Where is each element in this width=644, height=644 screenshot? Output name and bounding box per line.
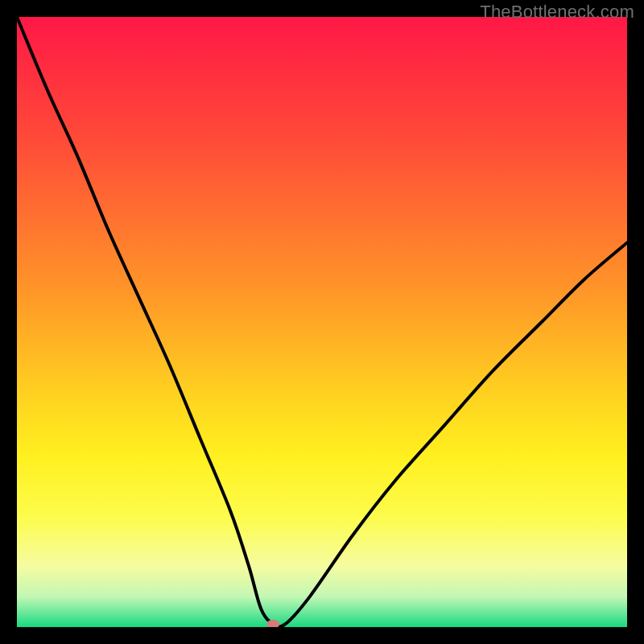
- watermark-text: TheBottleneck.com: [480, 2, 634, 23]
- gradient-background: [17, 17, 627, 627]
- bottleneck-chart: [17, 17, 627, 627]
- chart-frame: TheBottleneck.com: [0, 0, 644, 644]
